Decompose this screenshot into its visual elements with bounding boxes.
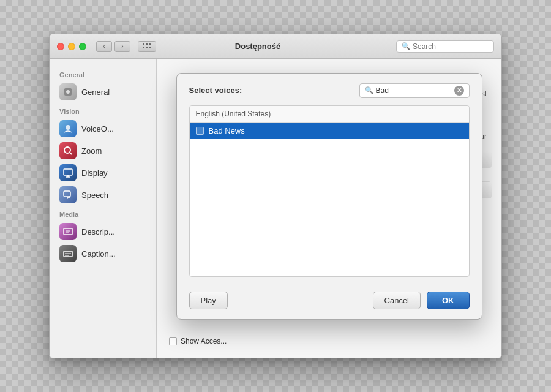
- window-title: Dostępność: [161, 42, 354, 51]
- forward-button[interactable]: ›: [114, 41, 130, 52]
- modal-footer: Play Cancel OK: [177, 284, 482, 319]
- display-icon: [59, 164, 77, 181]
- sidebar-item-captions[interactable]: Caption...: [50, 243, 156, 265]
- sidebar-item-label-general: General: [81, 88, 110, 97]
- sidebar-item-zoom[interactable]: Zoom: [50, 140, 156, 162]
- sidebar-item-speech[interactable]: Speech: [50, 184, 156, 206]
- bad-news-checkbox[interactable]: [196, 127, 204, 135]
- grid-icon: [143, 43, 151, 49]
- modal-dialog: Select voices: 🔍 ✕ English (United State…: [176, 73, 482, 320]
- svg-point-2: [66, 125, 70, 130]
- footer-right: Cancel OK: [373, 292, 470, 309]
- voiceover-icon: [59, 120, 77, 137]
- sidebar-section-general: General: [50, 69, 156, 81]
- sidebar-section-vision: Vision: [50, 105, 156, 118]
- svg-point-3: [64, 147, 70, 153]
- svg-rect-8: [64, 191, 70, 197]
- clear-search-button[interactable]: ✕: [454, 86, 464, 96]
- sidebar-item-descriptions[interactable]: Descrip...: [50, 221, 156, 243]
- close-button[interactable]: [57, 43, 64, 50]
- sidebar-item-label-descriptions: Descrip...: [81, 227, 115, 236]
- ok-button[interactable]: OK: [427, 292, 470, 309]
- window-body: General General Vision VoiceO...: [50, 59, 501, 358]
- main-content: Fast need your Options... nge Key... Sho…: [157, 59, 501, 358]
- zoom-icon: [59, 142, 77, 159]
- modal-overlay: Select voices: 🔍 ✕ English (United State…: [157, 59, 501, 358]
- play-button[interactable]: Play: [189, 292, 228, 309]
- sidebar-item-display[interactable]: Display: [50, 162, 156, 184]
- back-button[interactable]: ‹: [96, 41, 112, 52]
- sidebar: General General Vision VoiceO...: [50, 59, 157, 358]
- sidebar-section-media: Media: [50, 208, 156, 221]
- minimize-button[interactable]: [68, 43, 75, 50]
- main-window: ‹ › Dostępność 🔍 General: [49, 34, 502, 358]
- sidebar-item-label-zoom: Zoom: [81, 146, 102, 156]
- sidebar-item-label-voiceover: VoiceO...: [81, 124, 114, 134]
- cancel-button[interactable]: Cancel: [373, 292, 421, 309]
- speech-icon: [59, 186, 77, 203]
- show-access-checkbox-box[interactable]: [169, 337, 177, 345]
- show-access-checkbox[interactable]: Show Acces...: [169, 337, 227, 345]
- description-icon: [59, 223, 77, 240]
- svg-rect-9: [64, 228, 72, 235]
- modal-search[interactable]: 🔍 ✕: [359, 83, 470, 98]
- sidebar-item-label-speech: Speech: [81, 190, 108, 200]
- maximize-button[interactable]: [79, 43, 86, 50]
- captions-icon: [59, 245, 77, 262]
- svg-point-1: [66, 90, 70, 94]
- sidebar-item-general[interactable]: General: [50, 81, 156, 103]
- sidebar-item-label-captions: Caption...: [81, 249, 116, 258]
- bad-news-label: Bad News: [209, 126, 245, 135]
- search-input[interactable]: [413, 42, 489, 51]
- grid-button[interactable]: [138, 41, 156, 52]
- modal-header: Select voices: 🔍 ✕: [177, 74, 482, 98]
- search-icon: 🔍: [402, 42, 410, 50]
- modal-title: Select voices:: [189, 86, 242, 95]
- show-access-label: Show Acces...: [181, 337, 227, 345]
- svg-line-4: [70, 153, 72, 154]
- modal-search-input[interactable]: [376, 86, 452, 95]
- list-header: English (United States): [190, 106, 469, 123]
- sidebar-item-voiceover[interactable]: VoiceO...: [50, 118, 156, 140]
- modal-search-icon: 🔍: [365, 86, 373, 94]
- modal-list-container: English (United States) Bad News: [189, 105, 470, 277]
- traffic-lights: [57, 43, 86, 50]
- search-bar[interactable]: 🔍: [396, 40, 494, 53]
- title-bar: ‹ › Dostępność 🔍: [50, 34, 501, 59]
- list-item-bad-news[interactable]: Bad News: [190, 123, 469, 139]
- nav-buttons: ‹ ›: [96, 41, 130, 52]
- svg-rect-5: [64, 169, 72, 175]
- general-icon: [59, 83, 77, 100]
- sidebar-item-label-display: Display: [81, 168, 108, 178]
